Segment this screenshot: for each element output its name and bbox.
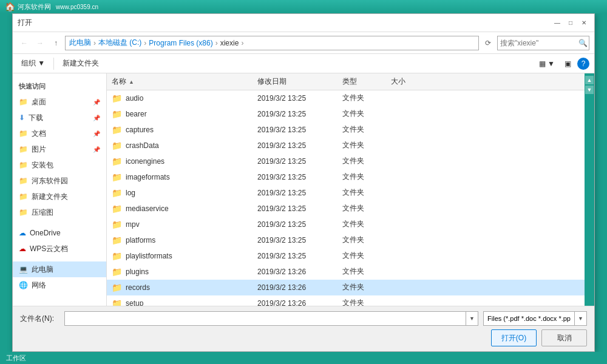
sidebar-item-packages[interactable]: 📁 安装包 [13, 157, 106, 173]
sidebar-item-desktop[interactable]: 📁 桌面 📌 [13, 94, 106, 110]
logo-icon: 🏠 [5, 2, 15, 12]
sidebar-item-pictures[interactable]: 📁 图片 📌 [13, 141, 106, 157]
folder-icon: 📁 [19, 177, 28, 185]
table-row[interactable]: 📁 playlistformats 2019/3/2 13:25 文件夹 [107, 248, 585, 264]
maximize-button[interactable]: □ [565, 18, 576, 29]
file-list: 📁 audio 2019/3/2 13:25 文件夹 📁 bearer 2019… [107, 90, 585, 306]
sidebar-item-documents[interactable]: 📁 文档 📌 [13, 126, 106, 141]
file-name: records [126, 283, 150, 292]
file-date: 2019/3/2 13:25 [257, 94, 342, 103]
table-row[interactable]: 📁 plugins 2019/3/2 13:26 文件夹 [107, 264, 585, 280]
file-name: setup [126, 299, 143, 306]
logo-text: 河东软件网 [18, 2, 51, 12]
folder-icon: 📁 [19, 145, 28, 153]
table-row[interactable]: 📁 crashData 2019/3/2 13:25 文件夹 [107, 138, 585, 153]
table-row[interactable]: 📁 iconengines 2019/3/2 13:25 文件夹 [107, 153, 585, 169]
breadcrumb-programfiles[interactable]: Program Files (x86) [149, 39, 212, 47]
pin-icon: 📌 [93, 115, 100, 121]
sidebar-item-newfolder[interactable]: 📁 新建文件夹 [13, 189, 106, 204]
close-button[interactable]: ✕ [578, 18, 589, 29]
back-button[interactable]: ← [18, 36, 31, 50]
breadcrumb-current: xiexie [220, 39, 239, 47]
file-name: captures [126, 126, 154, 134]
folder-icon: 📁 [112, 157, 122, 166]
table-row[interactable]: 📁 platforms 2019/3/2 13:25 文件夹 [107, 232, 585, 248]
folder-icon: 📁 [112, 251, 122, 261]
filename-label: 文件名(N): [20, 314, 59, 324]
table-row[interactable]: 📁 bearer 2019/3/2 13:25 文件夹 [107, 106, 585, 122]
sidebar-item-downloads[interactable]: ⬇ 下载 📌 [13, 110, 106, 126]
table-row[interactable]: 📁 captures 2019/3/2 13:25 文件夹 [107, 122, 585, 138]
buttons-row: 打开(O) 取消 [20, 329, 587, 346]
filename-dropdown-button[interactable]: ▼ [466, 311, 478, 326]
refresh-button[interactable]: ⟳ [481, 36, 495, 50]
sidebar-item-compress[interactable]: 📁 压缩图 [13, 204, 106, 220]
sidebar-item-thispc[interactable]: 💻 此电脑 [13, 261, 106, 277]
table-row[interactable]: 📁 audio 2019/3/2 13:25 文件夹 [107, 90, 585, 106]
app-bottom-bar: 工作区 [0, 352, 607, 364]
logo: 🏠 河东软件网 [5, 2, 51, 12]
file-type: 文件夹 [342, 235, 391, 245]
breadcrumb-drive[interactable]: 本地磁盘 (C:) [98, 38, 141, 48]
sidebar-item-hedong[interactable]: 📁 河东软件园 [13, 173, 106, 189]
file-type: 文件夹 [342, 219, 391, 229]
file-name: mediaservice [126, 204, 169, 213]
toolbar-separator [53, 58, 54, 70]
forward-button[interactable]: → [33, 36, 47, 50]
table-row[interactable]: 📁 imageformats 2019/3/2 13:25 文件夹 [107, 169, 585, 185]
search-button[interactable]: 🔍 [577, 37, 589, 49]
filetype-dropdown-button[interactable]: ▼ [575, 311, 587, 326]
column-type[interactable]: 类型 [342, 76, 391, 87]
table-row[interactable]: 📁 mpv 2019/3/2 13:25 文件夹 [107, 217, 585, 232]
address-bar: ← → ↑ 此电脑 › 本地磁盘 (C:) › Program Files (x… [13, 32, 594, 54]
network-icon: 🌐 [19, 281, 28, 289]
file-type: 文件夹 [342, 140, 391, 150]
teal-down-button[interactable]: ▼ [585, 86, 594, 94]
sidebar-item-network[interactable]: 🌐 网络 [13, 277, 106, 293]
filename-row: 文件名(N): ▼ Files (*.pdf *.doc *.docx *.pp… [20, 311, 587, 326]
toolbar-right: ▦ ▼ ▣ ? [535, 56, 589, 71]
teal-up-button[interactable]: ▲ [585, 76, 594, 84]
table-row[interactable]: 📁 setup 2019/3/2 13:26 文件夹 [107, 295, 585, 306]
column-date[interactable]: 修改日期 [257, 76, 342, 87]
dialog-title: 打开 [18, 18, 32, 28]
sidebar-item-onedrive[interactable]: ☁ OneDrive [13, 225, 106, 241]
sidebar-section-quick: 快速访问 [13, 78, 106, 94]
cancel-button[interactable]: 取消 [541, 329, 587, 346]
column-name[interactable]: 名称 ▲ [112, 76, 257, 87]
minimize-button[interactable]: — [552, 18, 563, 29]
organize-button[interactable]: 组织 ▼ [18, 56, 49, 71]
file-name: playlistformats [126, 252, 172, 260]
table-row[interactable]: 📁 records 2019/3/2 13:26 文件夹 [107, 280, 585, 295]
filename-input[interactable] [64, 311, 466, 326]
file-type: 文件夹 [342, 251, 391, 261]
watermark-bar: 🏠 河东软件网 www.pc0359.cn [0, 0, 607, 13]
folder-icon: 📁 [112, 298, 122, 306]
view-button[interactable]: ▦ ▼ [535, 56, 558, 71]
sidebar-item-wps[interactable]: ☁ WPS云文档 [13, 241, 106, 257]
cloud-icon: ☁ [19, 229, 26, 237]
folder-icon: 📁 [112, 235, 122, 245]
new-folder-button[interactable]: 新建文件夹 [59, 56, 103, 71]
breadcrumb: 此电脑 › 本地磁盘 (C:) › Program Files (x86) › … [65, 36, 479, 50]
file-date: 2019/3/2 13:26 [257, 283, 342, 292]
column-size[interactable]: 大小 [391, 76, 439, 87]
filename-input-wrap: ▼ [64, 311, 478, 326]
folder-icon: 📁 [19, 129, 28, 138]
sort-arrow: ▲ [129, 79, 134, 85]
search-input[interactable] [498, 39, 577, 47]
file-date: 2019/3/2 13:26 [257, 299, 342, 306]
table-row[interactable]: 📁 mediaservice 2019/3/2 13:25 文件夹 [107, 201, 585, 217]
title-bar: 打开 — □ ✕ [13, 14, 594, 32]
file-name: iconengines [126, 157, 164, 166]
file-type: 文件夹 [342, 203, 391, 214]
breadcrumb-thispc[interactable]: 此电脑 [69, 38, 91, 48]
up-button[interactable]: ↑ [49, 36, 63, 50]
table-row[interactable]: 📁 log 2019/3/2 13:25 文件夹 [107, 185, 585, 201]
app-bottom-label: 工作区 [6, 354, 26, 363]
open-button[interactable]: 打开(O) [491, 329, 537, 346]
help-button[interactable]: ? [577, 58, 589, 70]
file-name: imageformats [126, 173, 170, 181]
pane-button[interactable]: ▣ [561, 56, 575, 71]
folder-icon: 📁 [112, 220, 122, 229]
